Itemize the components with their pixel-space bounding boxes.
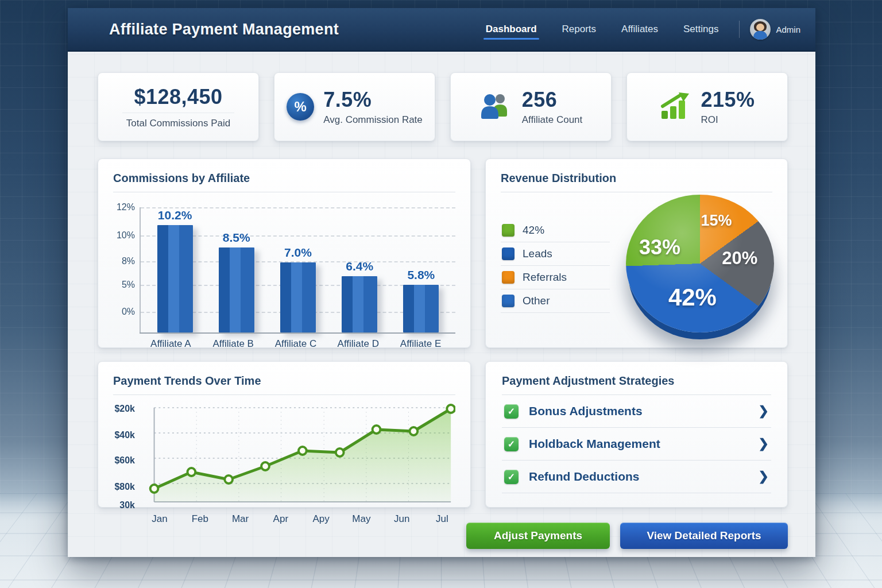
pie-legend: 42% Leads Referrals [501, 197, 610, 335]
action-button-row: Adjust Payments View Detailed Reports [98, 523, 788, 549]
pie-chart-title: Revenue Distribution [501, 172, 772, 192]
legend-swatch-blue2 [502, 295, 514, 307]
legend-swatch-blue [502, 247, 514, 260]
pie-slice-label: 33% [639, 235, 680, 260]
kpi-affiliate-count: 256 Affiliate Count [450, 72, 612, 141]
bar-chart-x-axis: Affiliate A Affiliate B Affiliate C Affi… [113, 332, 455, 350]
dashboard-content: $128,450 Total Commissions Paid % 7.5% A… [68, 52, 815, 557]
pie-slice-label: 20% [722, 248, 757, 269]
nav-divider [739, 21, 740, 38]
app-window: Affiliate Payment Management Dashboard R… [68, 8, 815, 557]
percent-icon: % [287, 93, 314, 121]
pie-slice-label: 15% [701, 212, 732, 230]
bar-chart-card: Commissions by Affiliate 12% 10% 8% 5% 0… [98, 158, 471, 348]
legend-swatch-orange [502, 271, 514, 284]
bar-affiliate-c: 7.0% [280, 207, 316, 332]
bar-chart-plot: 10.2% 8.5% 7.0% 6.4% [140, 207, 455, 332]
users-icon [479, 92, 513, 122]
kpi-value: $128,450 [134, 85, 222, 109]
strategies-card: Payment Adjustment Strategies ✓ Bonus Ad… [485, 361, 788, 508]
user-menu[interactable]: Admin [750, 19, 800, 40]
bar-affiliate-a: 10.2% [157, 207, 193, 332]
kpi-label: ROI [701, 114, 755, 126]
legend-item: 42% [501, 219, 610, 242]
kpi-value: 7.5% [323, 88, 423, 112]
nav-tab-affiliates[interactable]: Affiliates [611, 18, 668, 41]
user-name: Admin [776, 25, 800, 34]
nav-tab-dashboard[interactable]: Dashboard [475, 18, 547, 41]
pie-slice-label: 42% [668, 284, 717, 311]
line-chart-y-axis: $20k $40k $60k $80k 30k [113, 403, 140, 510]
line-chart-card: Payment Trends Over Time $20k $40k $60k … [98, 361, 471, 508]
kpi-row: $128,450 Total Commissions Paid % 7.5% A… [98, 72, 788, 141]
growth-chart-icon [659, 91, 691, 122]
background-wall: Affiliate Payment Management Dashboard R… [0, 0, 882, 588]
bar-affiliate-b: 8.5% [219, 207, 254, 332]
strategy-refund-deductions[interactable]: ✓ Refund Deductions ❯ [502, 461, 771, 493]
top-navbar: Affiliate Payment Management Dashboard R… [68, 8, 815, 52]
avatar [750, 19, 771, 40]
nav-tab-reports[interactable]: Reports [552, 18, 607, 41]
strategy-holdback-management[interactable]: ✓ Holdback Management ❯ [502, 428, 771, 461]
kpi-value: 256 [522, 88, 583, 112]
line-chart-x-axis: Jan Feb Mar Apr Apy May Jun Jul [113, 510, 455, 525]
strategies-title: Payment Adjustment Strategies [502, 374, 771, 395]
nav-tab-settings[interactable]: Settings [673, 18, 729, 41]
app-title: Affiliate Payment Management [109, 21, 339, 38]
kpi-label: Total Commissions Paid [122, 113, 234, 129]
legend-item: Leads [501, 242, 610, 266]
checkbox-checked-icon[interactable]: ✓ [504, 437, 519, 451]
view-detailed-reports-button[interactable]: View Detailed Reports [620, 523, 788, 549]
line-chart-plot [140, 403, 455, 510]
kpi-value: 215% [701, 88, 755, 112]
bar-affiliate-e: 5.8% [403, 207, 439, 332]
nav-menu: Dashboard Reports Affiliates Settings Ad… [475, 18, 800, 41]
chevron-right-icon: ❯ [759, 469, 769, 484]
pie-chart-card: Revenue Distribution 42% Leads [485, 158, 788, 348]
checkbox-checked-icon[interactable]: ✓ [504, 404, 519, 419]
kpi-avg-commission-rate: % 7.5% Avg. Commission Rate [274, 72, 435, 141]
kpi-roi: 215% ROI [626, 72, 788, 141]
legend-item: Referrals [501, 266, 610, 289]
legend-item: Other [501, 289, 610, 313]
strategy-bonus-adjustments[interactable]: ✓ Bonus Adjustments ❯ [502, 395, 771, 428]
kpi-label: Avg. Commission Rate [323, 114, 423, 126]
bar-chart-y-axis: 12% 10% 8% 5% 0% [113, 207, 140, 332]
kpi-label: Affiliate Count [522, 114, 583, 126]
kpi-total-commissions: $128,450 Total Commissions Paid [98, 72, 259, 141]
legend-swatch-green [502, 224, 514, 237]
chevron-right-icon: ❯ [759, 436, 769, 451]
line-chart-title: Payment Trends Over Time [113, 374, 455, 395]
adjust-payments-button[interactable]: Adjust Payments [466, 523, 610, 549]
bar-affiliate-d: 6.4% [342, 207, 377, 332]
bar-chart-title: Commissions by Affiliate [113, 172, 455, 192]
chevron-right-icon: ❯ [759, 404, 769, 419]
checkbox-checked-icon[interactable]: ✓ [504, 470, 519, 484]
